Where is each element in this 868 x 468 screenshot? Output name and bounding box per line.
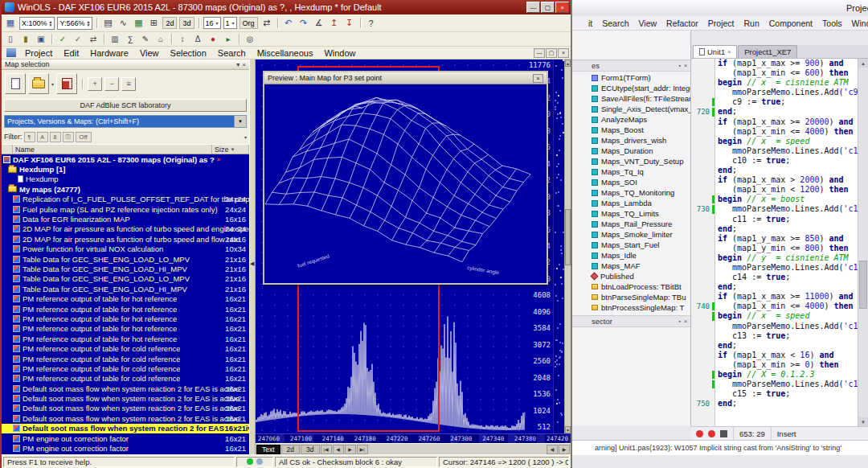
nav-2-icon[interactable]: ▶ bbox=[345, 445, 356, 454]
menu-edit[interactable]: Edit bbox=[58, 48, 84, 58]
zoom-y[interactable]: Y:566%▲▼ bbox=[57, 17, 92, 30]
ide-titlebar[interactable]: Projec bbox=[572, 0, 868, 16]
editor-scroll-thumb[interactable] bbox=[859, 261, 867, 309]
spin-down-icon[interactable]: ▼ bbox=[49, 23, 53, 27]
size-column-header[interactable]: Size ▼ bbox=[212, 145, 249, 154]
swap-bytes-icon[interactable]: ⇄ bbox=[260, 17, 274, 30]
menu-hardware[interactable]: Hardware bbox=[84, 48, 134, 58]
hscroll-0-icon[interactable]: ◀ bbox=[547, 445, 558, 454]
map-list-row[interactable]: PM engine out correction factor16x21 bbox=[2, 443, 249, 453]
panel-splitter[interactable]: ◀ bbox=[249, 60, 256, 454]
map-list-row[interactable]: DAF XF106 EUR6 2015 A2L - 87300 maps (Or… bbox=[2, 154, 249, 164]
tree-item-saveallfiles-fi-tfilestream[interactable]: SaveAllFiles(fi: TFileStream) bbox=[572, 93, 690, 104]
map-list-row[interactable]: Power function for virtual NOX calculati… bbox=[2, 244, 249, 254]
menu-selection[interactable]: Selection bbox=[165, 48, 212, 58]
undo-icon[interactable]: ↶ bbox=[281, 17, 296, 30]
open-version-button[interactable] bbox=[28, 73, 49, 94]
ide-menu-tools[interactable]: Tools bbox=[817, 18, 847, 28]
ide-menu-view[interactable]: View bbox=[634, 18, 662, 28]
code-area[interactable]: if (map1_x_max >= 900) and (map1_x_min <… bbox=[715, 59, 868, 426]
scope-dropdown-icon[interactable]: ▼ bbox=[234, 116, 246, 127]
map-list-row[interactable]: PM engine out correction factor16x21 bbox=[2, 433, 249, 443]
inspector-close-icon[interactable]: × bbox=[684, 318, 687, 324]
value-width-select[interactable]: 16▾ bbox=[203, 17, 221, 29]
map-list-row[interactable]: Table Data for GEC_SHE_ENG_LOAD_HI_MPV21… bbox=[2, 284, 249, 294]
ide-menu-component[interactable]: Component bbox=[764, 18, 817, 28]
map-list-row[interactable]: PM reference output of table for hot ref… bbox=[2, 294, 249, 303]
mode-3d-button[interactable]: 3d bbox=[179, 17, 194, 29]
winols-titlebar[interactable]: WinOLS - DAF XF106 EUR6 2015 A2L - 87300… bbox=[2, 0, 571, 14]
decrease-icon[interactable]: ↧ bbox=[342, 17, 357, 30]
map-list-row[interactable]: Hexdump bbox=[2, 174, 249, 184]
icon-column-header[interactable] bbox=[2, 145, 13, 154]
view-map-icon[interactable]: ▦ bbox=[131, 17, 145, 30]
export-button[interactable] bbox=[56, 73, 77, 94]
redo-icon[interactable]: ↷ bbox=[297, 17, 311, 30]
preview-close-button[interactable]: × bbox=[533, 74, 543, 83]
tree-item-maps-duration[interactable]: Maps_Duration bbox=[572, 146, 690, 156]
filter-option-2-icon[interactable]: 8 bbox=[50, 132, 61, 142]
map-list-row[interactable]: 2D MAP for air pressure as function of t… bbox=[2, 234, 249, 244]
map-list-row[interactable]: Replication of I_C_FUEL_PULSE_OFFSET_REF… bbox=[2, 195, 249, 204]
ide-menu-search[interactable]: Search bbox=[597, 18, 633, 28]
tree-item-maps-boost[interactable]: Maps_Boost bbox=[572, 125, 690, 135]
scroll-up-icon[interactable]: ▲ bbox=[565, 60, 571, 67]
editor-scroll-up-icon[interactable]: ▲ bbox=[858, 59, 868, 68]
nav-3-icon[interactable]: ▶| bbox=[357, 445, 368, 454]
up-down-icon[interactable]: ↕ bbox=[175, 33, 190, 45]
map-list-row[interactable]: PM reference output of table for cold re… bbox=[2, 374, 249, 384]
open-project-icon[interactable]: ▮ bbox=[18, 33, 33, 45]
map-list-row[interactable]: Fuel pulse map (SL and PZ reference inje… bbox=[2, 204, 249, 214]
tree-item-maps-maf[interactable]: Maps_MAF bbox=[572, 261, 690, 271]
hexdump-2d-view[interactable]: 1177611264107521024097289216870481927680… bbox=[256, 60, 571, 454]
tree-item-analyzemaps[interactable]: AnalyzeMaps bbox=[572, 114, 690, 125]
delta-icon[interactable]: Δ bbox=[190, 33, 205, 45]
filter-option-3-icon[interactable]: ◫ bbox=[63, 132, 74, 142]
tree-item-form1-tform[interactable]: Form1(TForm) bbox=[572, 72, 690, 83]
map-list-row[interactable]: PM reference output of table for hot ref… bbox=[2, 334, 249, 343]
edit-icon[interactable]: ✎ bbox=[138, 33, 153, 45]
tree-item-published[interactable]: Published bbox=[572, 271, 690, 281]
tab-project1-xe7[interactable]: Project1_XE7 bbox=[738, 45, 797, 58]
editor-scrollbar[interactable]: ▲ ▼ bbox=[858, 59, 868, 426]
map-properties-button[interactable]: ≡ bbox=[121, 77, 136, 91]
tree-item-btnloadprocess-tbitbt[interactable]: btnLoadProcess: TBitBt bbox=[572, 281, 690, 292]
compare-icon[interactable]: ⇄ bbox=[86, 33, 100, 45]
filter-dropdown-icon[interactable]: ▾ bbox=[244, 134, 247, 140]
hscroll-1-icon[interactable]: ▶ bbox=[559, 445, 570, 454]
map-list-row[interactable]: My maps (24777) bbox=[2, 184, 249, 194]
mdi-control-1-icon[interactable]: ▢ bbox=[546, 48, 557, 58]
new-version-button[interactable] bbox=[5, 73, 26, 94]
tree-item-maps-start-fuel[interactable]: Maps_Start_Fuel bbox=[572, 240, 690, 250]
ide-menu-project[interactable]: Project bbox=[703, 18, 739, 28]
map-list-row[interactable]: Default soot mass flow when system react… bbox=[2, 393, 249, 403]
laboratory-button[interactable]: DAF AdBlue SCR laboratory bbox=[4, 99, 247, 112]
nav-0-icon[interactable]: |◀ bbox=[321, 445, 332, 454]
structure-pin-icon[interactable]: ▪ bbox=[678, 63, 680, 68]
zoom-x[interactable]: X:100%▲▼ bbox=[19, 17, 55, 30]
help-icon[interactable]: ? bbox=[364, 17, 379, 30]
mode-2d-button[interactable]: 2d bbox=[162, 17, 177, 29]
tree-item-maps-rail-pressure[interactable]: Maps_Rail_Pressure bbox=[572, 219, 690, 229]
tree-item-maps-drivers-wish[interactable]: Maps_drivers_wish bbox=[572, 135, 690, 146]
view-text-icon[interactable]: ▤ bbox=[100, 17, 115, 30]
view-tab-text[interactable]: Text bbox=[256, 445, 280, 454]
angle-icon[interactable]: ∡ bbox=[312, 17, 326, 30]
view-curve-icon[interactable]: ∿ bbox=[116, 17, 130, 30]
column-count-select[interactable]: 1▾ bbox=[223, 17, 237, 29]
map-list-row[interactable]: PM reference output of table for cold re… bbox=[2, 343, 249, 353]
structure-tree[interactable]: Form1(TForm)ECUtype(start_addr: IntegerS… bbox=[572, 72, 690, 314]
ide-menu-it[interactable]: it bbox=[583, 18, 597, 28]
inspector-panel-header[interactable]: sector ▪ × bbox=[572, 315, 690, 327]
map-list-row[interactable]: Default soot mass flow when system react… bbox=[2, 424, 249, 433]
scope-combobox[interactable]: Projects, Versions & Maps: (Ctrl+Shift+F… bbox=[4, 115, 247, 128]
collapse-arrow-icon[interactable]: ◀ bbox=[250, 261, 254, 267]
scroll-down-icon[interactable]: ▼ bbox=[565, 426, 571, 433]
increase-icon[interactable]: ↥ bbox=[327, 17, 342, 30]
mdi-control-0-icon[interactable]: — bbox=[534, 48, 545, 58]
menu-search[interactable]: Search bbox=[212, 48, 252, 58]
code-editor[interactable]: 720730740750 if (map1_x_max >= 900) and … bbox=[691, 59, 868, 426]
ide-menu-run[interactable]: Run bbox=[739, 18, 764, 28]
tree-item-maps-smoke-limiter[interactable]: Maps_Smoke_limiter bbox=[572, 229, 690, 240]
maximize-button[interactable]: ▢ bbox=[541, 2, 555, 13]
